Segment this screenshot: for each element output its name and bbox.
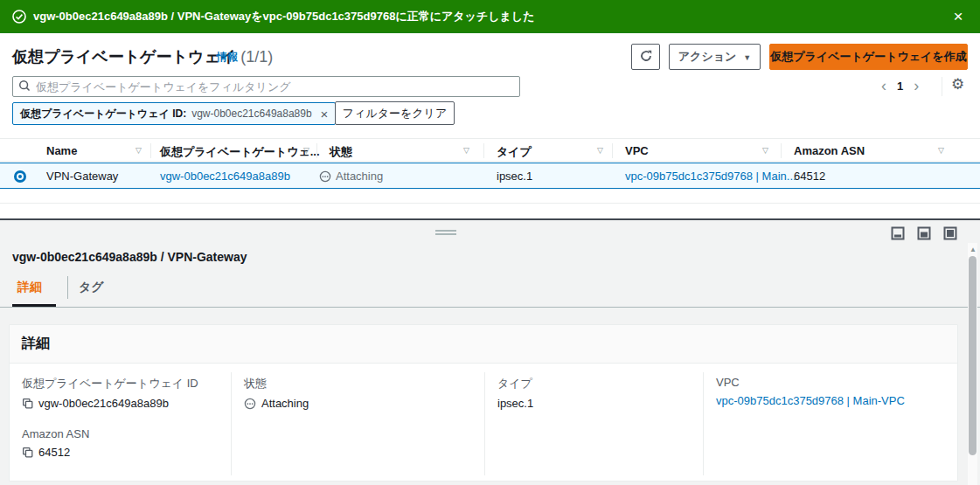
vpc-link[interactable]: vpc-09b75dc1c375d9768 | Main-VPC — [716, 394, 905, 407]
field-column-divider — [231, 372, 232, 475]
copy-icon[interactable] — [22, 447, 33, 458]
banner-message: vgw-0b0ec21c649a8a89b / VPN-Gatewayをvpc-… — [33, 9, 534, 24]
col-vgw-id[interactable]: 仮想プライベートゲートウェ... — [160, 144, 320, 160]
sort-icon[interactable]: ▽ — [762, 146, 768, 155]
col-name[interactable]: Name — [46, 144, 77, 157]
field-col-3: タイプ ipsec.1 — [497, 376, 533, 410]
refresh-icon — [639, 49, 653, 66]
column-divider — [316, 143, 317, 158]
col-vpc[interactable]: VPC — [625, 144, 649, 157]
table-row[interactable]: VPN-Gateway vgw-0b0ec21c649a8a89b Attach… — [0, 163, 980, 189]
search-icon — [18, 80, 31, 94]
panel-tabs: 詳細 タグ — [0, 273, 980, 308]
cell-vpc-link[interactable]: vpc-09b75dc1c375d9768 | Main... — [625, 170, 796, 183]
tab-divider — [67, 276, 68, 299]
tabs-bottom-rule — [0, 307, 980, 308]
scrollbar-thumb[interactable] — [969, 256, 977, 455]
state-label: 状態 — [244, 376, 309, 391]
col-type[interactable]: タイプ — [497, 144, 532, 160]
pending-status-icon — [244, 398, 256, 410]
scrollbar-up-icon[interactable]: ▲ — [970, 246, 977, 253]
vgw-id-label: 仮想プライベートゲートウェイ ID — [22, 376, 198, 391]
field-col-2: 状態 Attaching — [244, 376, 309, 410]
column-divider — [612, 143, 613, 158]
panel-layout-buttons — [891, 226, 957, 240]
row-radio-selected[interactable] — [14, 170, 26, 183]
split-panel-drag-handle[interactable] — [435, 230, 456, 237]
caret-down-icon: ▼ — [743, 53, 751, 62]
sort-icon[interactable]: ▽ — [463, 146, 469, 155]
page-title-text: 仮想プライベートゲートウェイ — [12, 48, 236, 66]
field-col-4: VPC vpc-09b75dc1c375d9768 | Main-VPC — [716, 376, 905, 407]
pagination-next-icon[interactable]: › — [914, 77, 919, 94]
panel-position-split-icon[interactable] — [917, 226, 931, 240]
field-column-divider — [703, 372, 704, 475]
section-divider — [0, 203, 980, 204]
panel-position-bottom-icon[interactable] — [891, 226, 905, 240]
state-value: Attaching — [261, 397, 309, 410]
field-col-1: 仮想プライベートゲートウェイ ID vgw-0b0ec21c649a8a89b … — [22, 376, 198, 459]
copy-icon[interactable] — [22, 398, 33, 409]
cell-vgw-id-link[interactable]: vgw-0b0ec21c649a8a89b — [160, 170, 290, 183]
pagination-prev-icon[interactable]: ‹ — [881, 77, 886, 94]
actions-label: アクション — [678, 49, 737, 65]
filter-token-close-icon[interactable]: × — [321, 107, 329, 121]
sort-icon[interactable]: ▽ — [938, 146, 944, 155]
filter-search-box[interactable] — [12, 76, 520, 97]
vpc-label: VPC — [716, 376, 905, 389]
create-vgw-button[interactable]: 仮想プライベートゲートウェイを作成 — [769, 44, 968, 70]
sort-icon[interactable]: ▽ — [303, 146, 309, 155]
sort-icon[interactable]: ▽ — [597, 146, 603, 155]
filter-token-label: 仮想プライベートゲートウェイ ID: — [20, 107, 186, 121]
pagination: ‹ 1 › — [881, 77, 919, 94]
type-label: タイプ — [497, 376, 533, 391]
actions-dropdown-button[interactable]: アクション ▼ — [669, 44, 761, 70]
split-panel: vgw-0b0ec21c649a8a89b / VPN-Gateway 詳細 タ… — [0, 218, 980, 485]
details-card: 詳細 仮想プライベートゲートウェイ ID vgw — [9, 324, 958, 482]
cell-asn: 64512 — [794, 170, 825, 183]
asn-label: Amazon ASN — [22, 427, 198, 440]
state-text: Attaching — [336, 170, 383, 183]
details-card-body: 仮想プライベートゲートウェイ ID vgw-0b0ec21c649a8a89b … — [10, 364, 957, 482]
vgw-id-value: vgw-0b0ec21c649a8a89b — [38, 397, 169, 410]
column-divider — [150, 143, 151, 158]
preferences-gear-icon[interactable]: ⚙ — [951, 75, 964, 94]
cell-name: VPN-Gateway — [46, 170, 118, 183]
pagination-page-1[interactable]: 1 — [897, 80, 903, 93]
search-input[interactable] — [36, 80, 514, 94]
panel-position-full-icon[interactable] — [943, 226, 957, 240]
cell-type: ipsec.1 — [497, 170, 532, 183]
panel-title: vgw-0b0ec21c649a8a89b / VPN-Gateway — [12, 250, 247, 264]
pending-status-icon — [319, 170, 331, 183]
filter-token-value: vgw-0b0ec21c649a8a89b — [191, 107, 311, 120]
banner-close-icon[interactable]: × — [947, 5, 970, 28]
filter-token: 仮想プライベートゲートウェイ ID: vgw-0b0ec21c649a8a89b… — [12, 102, 336, 125]
vpc-console-virtual-private-gateways-page: vgw-0b0ec21c649a8a89b / VPN-Gatewayをvpc-… — [0, 0, 980, 485]
success-check-icon — [12, 10, 26, 24]
col-state[interactable]: 状態 — [330, 144, 352, 160]
success-flash-banner: vgw-0b0ec21c649a8a89b / VPN-Gatewayをvpc-… — [0, 0, 980, 33]
asn-value: 64512 — [38, 446, 70, 459]
clear-filters-button[interactable]: フィルターをクリア — [335, 101, 455, 125]
column-divider — [483, 143, 484, 158]
tab-tags[interactable]: タグ — [79, 280, 104, 295]
cell-state: Attaching — [319, 170, 383, 183]
column-divider — [781, 143, 782, 158]
info-link[interactable]: 情報 — [217, 50, 238, 65]
table-header: Name ▽ 仮想プライベートゲートウェ... ▽ 状態 ▽ タイプ ▽ VPC… — [0, 138, 980, 162]
refresh-button[interactable] — [631, 44, 660, 70]
field-column-divider — [484, 372, 485, 475]
pagination-divider — [942, 77, 942, 96]
resource-count: (1/1) — [240, 48, 273, 66]
type-value: ipsec.1 — [497, 397, 533, 410]
tab-details[interactable]: 詳細 — [17, 280, 42, 295]
details-card-title: 詳細 — [10, 325, 957, 364]
col-asn[interactable]: Amazon ASN — [794, 144, 865, 157]
sort-icon[interactable]: ▽ — [136, 146, 142, 155]
